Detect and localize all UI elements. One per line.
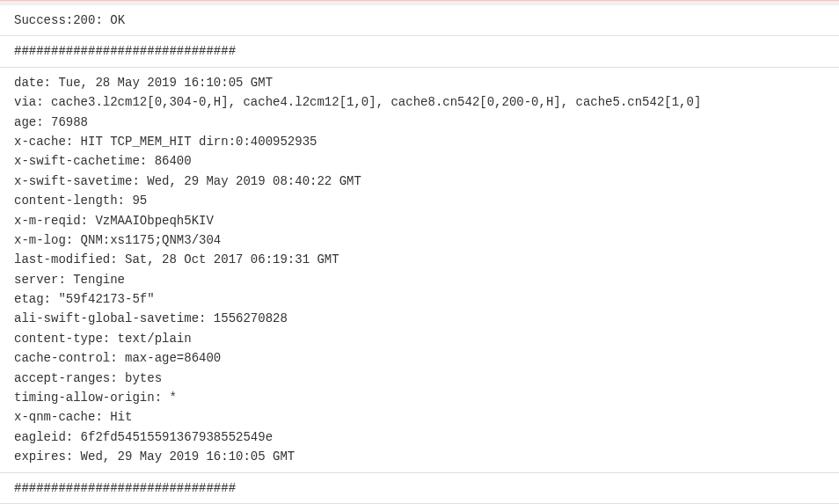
status-success-label: Success: [14, 13, 73, 27]
header-age: age: 76988 [14, 113, 825, 132]
header-x-qnm-cache: x-qnm-cache: Hit [14, 407, 825, 427]
status-line: Success:200: OK [0, 5, 839, 36]
header-server: server: Tengine [14, 270, 825, 289]
header-via: via: cache3.l2cm12[0,304-0,H], cache4.l2… [14, 92, 825, 112]
header-content-length: content-length: 95 [14, 191, 825, 210]
separator-text-top: ############################## [14, 44, 236, 58]
header-expires: expires: Wed, 29 May 2019 16:10:05 GMT [14, 447, 825, 466]
header-cache-control: cache-control: max-age=86400 [14, 348, 825, 368]
header-content-type: content-type: text/plain [14, 329, 825, 348]
header-x-cache: x-cache: HIT TCP_MEM_HIT dirn:0:40095293… [14, 132, 825, 151]
separator-text-bottom: ############################## [14, 481, 236, 495]
header-accept-ranges: accept-ranges: bytes [14, 369, 825, 388]
status-text: OK [110, 13, 125, 27]
header-x-swift-savetime: x-swift-savetime: Wed, 29 May 2019 08:40… [14, 172, 825, 191]
status-code: 200: [73, 13, 103, 27]
header-x-m-reqid: x-m-reqid: VzMAAIObpeqh5KIV [14, 211, 825, 230]
header-eagleid: eagleid: 6f2fd54515591367938552549e [14, 427, 825, 447]
header-ali-swift-global-savetime: ali-swift-global-savetime: 1556270828 [14, 309, 825, 328]
header-timing-allow-origin: timing-allow-origin: * [14, 388, 825, 407]
separator-top: ############################## [0, 36, 839, 67]
separator-bottom: ############################## [0, 473, 839, 504]
header-last-modified: last-modified: Sat, 28 Oct 2017 06:19:31… [14, 250, 825, 269]
header-x-m-log: x-m-log: QNM:xs1175;QNM3/304 [14, 230, 825, 250]
header-x-swift-cachetime: x-swift-cachetime: 86400 [14, 151, 825, 171]
header-date: date: Tue, 28 May 2019 16:10:05 GMT [14, 73, 825, 92]
header-etag: etag: "59f42173-5f" [14, 289, 825, 309]
response-headers-block: date: Tue, 28 May 2019 16:10:05 GMT via:… [0, 68, 839, 473]
